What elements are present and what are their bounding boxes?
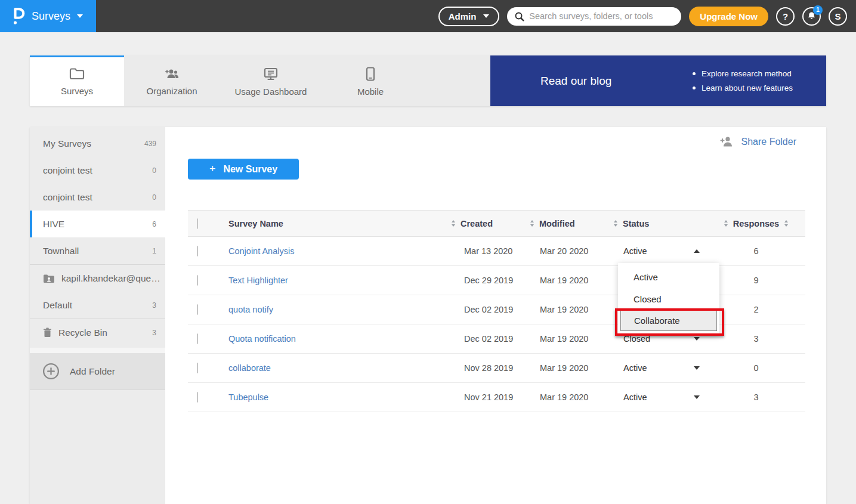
status-value: Closed [623, 334, 650, 344]
add-folder-label: Add Folder [70, 366, 115, 377]
survey-name-link[interactable]: Conjoint Analysis [221, 246, 444, 256]
sidebar-item-conjoint-test-1[interactable]: conjoint test 0 [30, 157, 165, 184]
row-checkbox[interactable] [197, 304, 198, 315]
created-date: Dec 02 2019 [444, 334, 523, 344]
app-menu-label: Surveys [32, 10, 70, 23]
row-checkbox[interactable] [197, 333, 198, 344]
status-option-collaborate[interactable]: Collaborate [620, 310, 717, 331]
table-row: collaborate Nov 28 2019 Mar 19 2020 Acti… [188, 354, 805, 383]
modified-date: Mar 19 2020 [523, 276, 607, 285]
column-header-modified[interactable]: Modified [523, 219, 607, 228]
sidebar-item-conjoint-test-2[interactable]: conjoint test 0 [30, 184, 165, 211]
sidebar-item-townhall[interactable]: Townhall 1 [30, 237, 165, 264]
folder-label: Recycle Bin [58, 327, 107, 338]
sort-icon[interactable] [530, 220, 534, 227]
help-button[interactable]: ? [776, 7, 795, 26]
add-folder-button[interactable]: Add Folder [30, 353, 165, 390]
sidebar-item-shared-folder[interactable]: kapil.khandekar@que… [30, 265, 165, 292]
row-checkbox[interactable] [197, 392, 198, 403]
avatar[interactable]: S [829, 7, 847, 26]
status-dropdown-trigger[interactable]: Active [607, 246, 707, 256]
chevron-down-icon[interactable] [694, 337, 700, 341]
folder-count: 439 [144, 140, 156, 148]
modified-date: Mar 20 2020 [523, 246, 607, 256]
responses-count: 3 [707, 334, 805, 344]
questionpro-logo-icon [12, 7, 25, 25]
notification-badge: 1 [813, 5, 823, 15]
sidebar-item-default[interactable]: Default 3 [30, 292, 165, 319]
sort-icon[interactable] [784, 220, 788, 227]
top-bar-right: Admin Upgrade Now ? 1 S [438, 7, 856, 26]
sidebar-item-my-surveys[interactable]: My Surveys 439 [30, 130, 165, 157]
responses-count: 9 [707, 276, 805, 285]
modified-date: Mar 19 2020 [523, 334, 607, 344]
survey-name-link[interactable]: Text Highlighter [221, 276, 444, 285]
admin-menu[interactable]: Admin [438, 7, 500, 26]
column-header-created[interactable]: Created [444, 219, 523, 228]
row-checkbox[interactable] [197, 246, 198, 256]
banner-bullet: Explore research method [693, 67, 793, 81]
new-survey-button[interactable]: + New Survey [188, 159, 299, 180]
survey-name-link[interactable]: Quota notification [221, 334, 444, 344]
status-dropdown-trigger[interactable]: Closed [607, 334, 707, 344]
blog-banner[interactable]: Read our blog Explore research method Le… [490, 55, 826, 106]
upgrade-now-button[interactable]: Upgrade Now [689, 7, 768, 26]
column-header-survey-name[interactable]: Survey Name [221, 219, 444, 228]
status-dropdown-trigger[interactable]: Active [607, 363, 707, 373]
responses-count: 6 [707, 246, 805, 256]
tab-mobile[interactable]: Mobile [322, 55, 419, 106]
chevron-down-icon[interactable] [694, 366, 700, 370]
created-date: Dec 02 2019 [444, 305, 523, 314]
select-all-checkbox[interactable] [197, 218, 198, 229]
column-label: Responses [733, 219, 779, 228]
sort-icon[interactable] [724, 220, 728, 227]
mobile-icon [366, 67, 375, 81]
chevron-down-icon [77, 14, 83, 18]
search-input[interactable] [529, 11, 674, 21]
survey-name-link[interactable]: quota notify [221, 305, 444, 314]
folder-count: 3 [152, 329, 156, 337]
tab-organization[interactable]: Organization [124, 55, 220, 106]
folder-count: 0 [152, 193, 156, 202]
survey-name-link[interactable]: Tubepulse [221, 392, 444, 402]
table-row: Tubepulse Nov 21 2019 Mar 19 2020 Active… [188, 383, 805, 412]
top-bar: Surveys Admin Upgrade Now ? 1 S [0, 0, 856, 32]
search-icon [514, 11, 524, 21]
column-header-status[interactable]: Status [607, 219, 707, 228]
chevron-down-icon[interactable] [694, 395, 700, 399]
add-group-icon [163, 67, 180, 81]
chevron-up-icon[interactable] [694, 249, 700, 253]
sort-icon[interactable] [614, 220, 617, 227]
tab-label: Usage Dashboard [235, 86, 307, 97]
divider [30, 348, 165, 353]
sidebar-item-hive[interactable]: HIVE 6 [30, 211, 165, 237]
folder-sidebar: My Surveys 439 conjoint test 0 conjoint … [30, 127, 165, 504]
status-option-active[interactable]: Active [618, 266, 719, 288]
notifications-button[interactable]: 1 [802, 7, 821, 26]
survey-name-link[interactable]: collaborate [221, 363, 444, 373]
sidebar-item-recycle-bin[interactable]: Recycle Bin 3 [30, 319, 165, 346]
status-option-closed[interactable]: Closed [618, 288, 719, 310]
sort-icon[interactable] [452, 220, 455, 227]
share-folder-label: Share Folder [741, 137, 797, 147]
status-dropdown-trigger[interactable]: Active [607, 392, 707, 402]
app-menu[interactable]: Surveys [0, 0, 96, 32]
tab-usage-dashboard[interactable]: Usage Dashboard [220, 55, 322, 106]
folder-label: HIVE [43, 219, 64, 230]
share-folder-button[interactable]: Share Folder [719, 136, 797, 147]
tab-surveys[interactable]: Surveys [30, 55, 124, 106]
folder-label: Townhall [43, 246, 79, 256]
folder-icon [69, 67, 85, 81]
tab-label: Organization [146, 86, 197, 96]
created-date: Mar 13 2020 [444, 246, 523, 256]
responses-count: 2 [707, 305, 805, 314]
dashboard-icon [263, 67, 279, 81]
add-circle-icon [42, 363, 60, 380]
row-checkbox[interactable] [197, 363, 198, 373]
folder-count: 0 [152, 166, 156, 175]
status-value: Active [623, 363, 647, 373]
modified-date: Mar 19 2020 [523, 305, 607, 314]
row-checkbox[interactable] [197, 275, 198, 286]
column-header-responses[interactable]: Responses [707, 219, 805, 228]
table-row: Conjoint Analysis Mar 13 2020 Mar 20 202… [188, 237, 805, 266]
